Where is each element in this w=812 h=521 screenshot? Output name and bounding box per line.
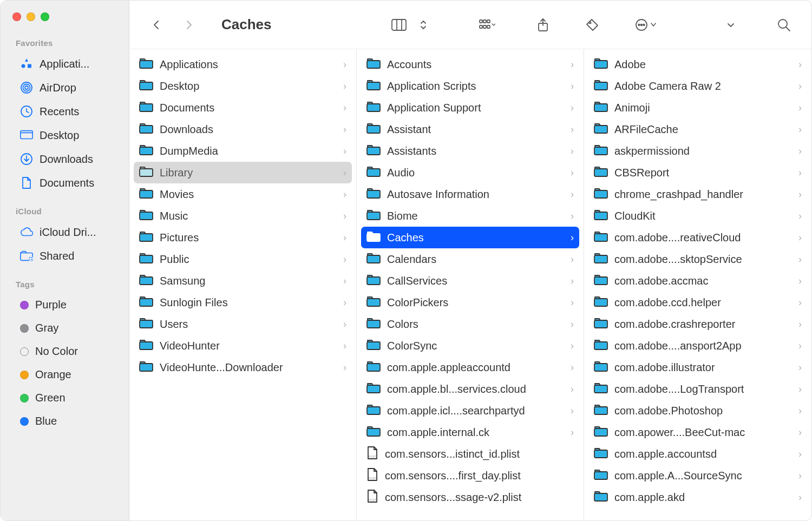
- view-switch-icon[interactable]: [415, 16, 431, 34]
- finder-item[interactable]: com.adobe....reativeCloud ›: [588, 227, 807, 248]
- sidebar-item-no-color[interactable]: No Color: [6, 340, 123, 363]
- folder-icon: [366, 101, 381, 115]
- finder-item[interactable]: chrome_crashpad_handler ›: [588, 183, 807, 205]
- finder-item[interactable]: com.adobe....sktopService ›: [588, 248, 807, 270]
- sidebar-item-documents[interactable]: Documents: [6, 171, 123, 195]
- finder-item[interactable]: Samsung ›: [134, 270, 352, 292]
- group-by-button[interactable]: [475, 16, 500, 34]
- column-1[interactable]: Accounts › Application Scripts › Applica…: [357, 49, 584, 520]
- tag-dot-icon: [20, 371, 29, 379]
- finder-item[interactable]: com.apple.akd ›: [588, 486, 807, 508]
- sidebar-item-green[interactable]: Green: [6, 386, 123, 410]
- finder-item[interactable]: Colors ›: [361, 313, 579, 335]
- finder-item[interactable]: Assistant ›: [361, 118, 579, 140]
- finder-item[interactable]: Sunlogin Files ›: [134, 292, 352, 313]
- finder-item[interactable]: Pictures ›: [134, 227, 352, 248]
- finder-item[interactable]: Music ›: [134, 205, 352, 227]
- sidebar-item-downloads[interactable]: Downloads: [6, 147, 123, 171]
- chevron-right-icon: ›: [343, 146, 346, 157]
- finder-item[interactable]: Audio ›: [361, 162, 579, 183]
- finder-item[interactable]: com.apple.internal.ck ›: [361, 421, 579, 443]
- sidebar-item-applicati-[interactable]: Applicati...: [6, 52, 123, 76]
- chevron-right-icon: ›: [571, 189, 574, 200]
- finder-item[interactable]: Biome ›: [361, 205, 579, 227]
- finder-item[interactable]: com.apower....BeeCut-mac ›: [588, 421, 807, 443]
- finder-item[interactable]: com.apple.A...SourceSync ›: [588, 465, 807, 486]
- fullscreen-button[interactable]: [41, 12, 49, 21]
- column-2[interactable]: Adobe › Adobe Camera Raw 2 › Animoji › A…: [584, 49, 811, 520]
- finder-item[interactable]: Animoji ›: [588, 97, 807, 118]
- svg-rect-73: [594, 212, 607, 220]
- view-columns-icon[interactable]: [387, 16, 411, 34]
- finder-item[interactable]: com.adobe.Photoshop ›: [588, 400, 807, 421]
- folder-icon: [594, 252, 608, 267]
- finder-item[interactable]: com.apple.appleaccountd ›: [361, 357, 579, 378]
- finder-item[interactable]: com.adobe.accmac ›: [588, 270, 807, 292]
- action-menu-button[interactable]: [631, 15, 662, 35]
- finder-item[interactable]: Caches ›: [361, 227, 579, 248]
- file-icon: PLIST: [366, 489, 378, 506]
- sidebar-item-orange[interactable]: Orange: [6, 363, 123, 386]
- finder-item[interactable]: CallServices ›: [361, 270, 579, 292]
- finder-item[interactable]: Assistants ›: [361, 140, 579, 162]
- finder-item[interactable]: com.apple.accountsd ›: [588, 443, 807, 465]
- svg-rect-36: [140, 190, 153, 198]
- finder-item[interactable]: Public ›: [134, 248, 352, 270]
- finder-item[interactable]: Applications ›: [134, 54, 352, 75]
- minimize-button[interactable]: [27, 12, 35, 21]
- finder-item[interactable]: Movies ›: [134, 183, 352, 205]
- sidebar-item-shared[interactable]: Shared: [6, 244, 123, 268]
- finder-item[interactable]: Adobe ›: [588, 54, 807, 75]
- finder-item[interactable]: com.apple.bl...services.cloud ›: [361, 378, 579, 400]
- finder-item[interactable]: DumpMedia ›: [134, 140, 352, 162]
- finder-item[interactable]: CloudKit ›: [588, 205, 807, 227]
- finder-item[interactable]: Downloads ›: [134, 118, 352, 140]
- finder-item[interactable]: Autosave Information ›: [361, 183, 579, 205]
- finder-item[interactable]: Desktop ›: [134, 75, 352, 97]
- item-name: Application Support: [387, 102, 564, 114]
- sidebar-item-purple[interactable]: Purple: [6, 293, 123, 316]
- finder-item[interactable]: Accounts ›: [361, 54, 579, 75]
- finder-item[interactable]: Application Support ›: [361, 97, 579, 118]
- item-name: com.apple.akd: [614, 491, 792, 504]
- item-name: chrome_crashpad_handler: [614, 188, 792, 201]
- finder-item[interactable]: PLIST com.sensors....first_day.plist: [361, 465, 579, 486]
- finder-item[interactable]: ColorSync ›: [361, 335, 579, 357]
- finder-item[interactable]: PLIST com.sensors...ssage-v2.plist: [361, 486, 579, 508]
- finder-item[interactable]: PLIST com.sensors...istinct_id.plist: [361, 443, 579, 465]
- finder-item[interactable]: Calendars ›: [361, 248, 579, 270]
- sidebar-item-airdrop[interactable]: AirDrop: [6, 76, 123, 100]
- svg-rect-62: [367, 428, 380, 436]
- finder-item[interactable]: CBSReport ›: [588, 162, 807, 183]
- finder-item[interactable]: com.apple.icl....searchpartyd ›: [361, 400, 579, 421]
- finder-item[interactable]: Documents ›: [134, 97, 352, 118]
- finder-item[interactable]: Application Scripts ›: [361, 75, 579, 97]
- finder-item[interactable]: ARFileCache ›: [588, 118, 807, 140]
- column-0[interactable]: Applications › Desktop › Documents › Dow…: [129, 49, 357, 520]
- finder-item[interactable]: com.adobe....LogTransport ›: [588, 378, 807, 400]
- finder-item[interactable]: com.adobe....ansport2App ›: [588, 335, 807, 357]
- back-button[interactable]: [146, 15, 167, 35]
- folder-icon: [594, 382, 608, 397]
- sidebar-item-recents[interactable]: Recents: [6, 100, 123, 123]
- finder-item[interactable]: VideoHunte...Downloader ›: [134, 357, 352, 378]
- chevron-down-icon[interactable]: [722, 17, 740, 33]
- finder-item[interactable]: ColorPickers ›: [361, 292, 579, 313]
- finder-item[interactable]: com.adobe.illustrator ›: [588, 357, 807, 378]
- sidebar-item-desktop[interactable]: Desktop: [6, 123, 123, 147]
- finder-item[interactable]: Users ›: [134, 313, 352, 335]
- close-button[interactable]: [12, 12, 21, 21]
- forward-button[interactable]: [178, 15, 200, 35]
- finder-item[interactable]: com.adobe.crashreporter ›: [588, 313, 807, 335]
- sidebar-item-icloud-dri-[interactable]: iCloud Dri...: [6, 220, 123, 244]
- finder-item[interactable]: Adobe Camera Raw 2 ›: [588, 75, 807, 97]
- share-button[interactable]: [532, 15, 554, 35]
- search-button[interactable]: [772, 15, 795, 35]
- finder-item[interactable]: askpermissiond ›: [588, 140, 807, 162]
- sidebar-item-blue[interactable]: Blue: [6, 410, 123, 433]
- finder-item[interactable]: VideoHunter ›: [134, 335, 352, 357]
- finder-item[interactable]: com.adobe.ccd.helper ›: [588, 292, 807, 313]
- tags-button[interactable]: [581, 15, 604, 35]
- finder-item[interactable]: Library ›: [134, 162, 352, 183]
- sidebar-item-gray[interactable]: Gray: [6, 316, 123, 340]
